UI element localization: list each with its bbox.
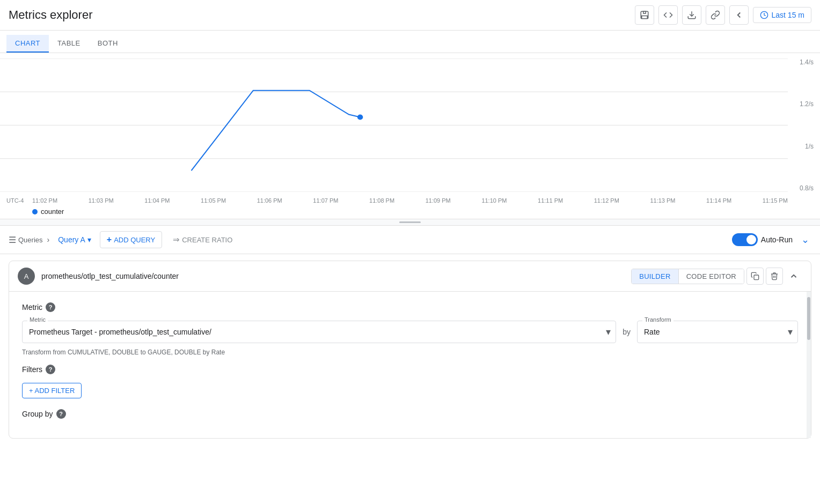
builder-tab[interactable]: BUILDER bbox=[632, 269, 678, 284]
download-button[interactable] bbox=[682, 5, 701, 25]
add-filter-label: + ADD FILTER bbox=[29, 387, 75, 395]
transform-field-label: Transform bbox=[642, 316, 673, 323]
query-path: prometheus/otlp_test_cumulative/counter bbox=[41, 272, 625, 280]
duplicate-query-button[interactable] bbox=[746, 268, 764, 285]
metric-help-icon[interactable]: ? bbox=[46, 302, 55, 312]
query-name: Query A bbox=[58, 235, 85, 244]
dropdown-arrow-icon: ▾ bbox=[87, 235, 91, 244]
collapse-queries-button[interactable]: ⌄ bbox=[799, 232, 811, 248]
metric-field-label: Metric bbox=[27, 316, 48, 323]
link-icon bbox=[711, 10, 720, 20]
group-by-label: Group by bbox=[22, 410, 53, 418]
transform-select-wrapper: Transform Rate ▾ bbox=[637, 321, 798, 343]
x-label-10: 11:12 PM bbox=[594, 197, 619, 204]
page-title: Metrics explorer bbox=[9, 8, 92, 22]
y-label-4: 0.8/s bbox=[800, 184, 814, 192]
metric-select-wrapper: Metric Prometheus Target - prometheus/ot… bbox=[22, 321, 616, 343]
x-label-9: 11:11 PM bbox=[538, 197, 563, 204]
add-query-button[interactable]: + ADD QUERY bbox=[100, 231, 162, 248]
y-label-2: 1.2/s bbox=[800, 100, 814, 108]
save-dashboard-button[interactable] bbox=[635, 5, 654, 25]
chevron-left-icon bbox=[734, 10, 744, 20]
code-icon bbox=[663, 10, 673, 20]
header-actions: Last 15 m bbox=[635, 5, 811, 25]
query-bar: ☰ Queries › Query A ▾ + ADD QUERY ⇒ CREA… bbox=[0, 226, 820, 254]
query-selector[interactable]: Query A ▾ bbox=[54, 233, 96, 246]
query-avatar: A bbox=[18, 268, 35, 285]
filters-help-icon[interactable]: ? bbox=[46, 365, 55, 374]
x-label-6: 11:08 PM bbox=[369, 197, 394, 204]
x-label-12: 11:14 PM bbox=[706, 197, 731, 204]
group-by-help-icon[interactable]: ? bbox=[56, 409, 66, 419]
save-icon bbox=[640, 10, 649, 20]
delete-query-button[interactable] bbox=[766, 268, 783, 285]
auto-run-label: Auto-Run bbox=[761, 235, 793, 244]
panel-scrollbar[interactable] bbox=[807, 292, 811, 438]
back-button[interactable] bbox=[729, 5, 749, 25]
x-label-1: 11:03 PM bbox=[89, 197, 114, 204]
add-icon: + bbox=[107, 235, 112, 244]
query-bar-right: ✓ Auto-Run ⌄ bbox=[732, 232, 811, 248]
x-label-4: 11:06 PM bbox=[257, 197, 282, 204]
resize-bar bbox=[399, 221, 421, 223]
query-panel-body: Metric ? Metric Prometheus Target - prom… bbox=[9, 292, 811, 438]
chart-svg bbox=[0, 58, 788, 192]
download-icon bbox=[687, 10, 697, 20]
tab-chart[interactable]: CHART bbox=[6, 35, 49, 53]
svg-rect-10 bbox=[754, 275, 759, 280]
resize-handle[interactable] bbox=[0, 219, 820, 226]
hamburger-icon: ☰ bbox=[9, 235, 16, 245]
chevron-up-icon bbox=[789, 271, 799, 281]
query-panel-header: A prometheus/otlp_test_cumulative/counte… bbox=[9, 261, 811, 292]
create-ratio-button[interactable]: ⇒ CREATE RATIO bbox=[166, 232, 239, 248]
code-button[interactable] bbox=[658, 5, 678, 25]
time-range-button[interactable]: Last 15 m bbox=[753, 7, 811, 23]
x-label-11: 11:13 PM bbox=[650, 197, 675, 204]
create-ratio-label: CREATE RATIO bbox=[182, 236, 232, 244]
x-label-0: 11:02 PM bbox=[32, 197, 57, 204]
transform-hint: Transform from CUMULATIVE, DOUBLE to GAU… bbox=[22, 349, 798, 356]
link-button[interactable] bbox=[706, 5, 725, 25]
clock-icon bbox=[760, 11, 768, 19]
add-filter-button[interactable]: + ADD FILTER bbox=[22, 383, 82, 398]
queries-nav[interactable]: ☰ Queries bbox=[9, 235, 43, 245]
toggle-slider: ✓ bbox=[732, 233, 758, 246]
tab-both[interactable]: BOTH bbox=[89, 35, 127, 53]
metric-section-label: Metric bbox=[22, 303, 42, 312]
group-by-section: Group by ? bbox=[22, 409, 798, 419]
time-range-label: Last 15 m bbox=[772, 11, 804, 19]
legend-label: counter bbox=[41, 207, 64, 216]
x-label-3: 11:05 PM bbox=[201, 197, 226, 204]
chart-legend: counter bbox=[32, 207, 64, 216]
filters-section-header: Filters ? bbox=[22, 365, 798, 374]
filters-section: Filters ? + ADD FILTER bbox=[22, 365, 798, 398]
chart-x-axis: 11:02 PM 11:03 PM 11:04 PM 11:05 PM 11:0… bbox=[32, 197, 788, 204]
tab-table[interactable]: TABLE bbox=[49, 35, 89, 53]
x-label-8: 11:10 PM bbox=[481, 197, 507, 204]
builder-code-tabs: BUILDER CODE EDITOR bbox=[631, 269, 744, 284]
chart-y-axis: 1.4/s 1.2/s 1/s 0.8/s bbox=[800, 58, 814, 192]
header: Metrics explorer Last 15 m bbox=[0, 0, 820, 31]
chart-svg-container bbox=[0, 58, 788, 192]
chart-tab-bar: CHART TABLE BOTH bbox=[0, 31, 820, 53]
x-label-5: 11:07 PM bbox=[313, 197, 338, 204]
collapse-panel-button[interactable] bbox=[785, 268, 802, 285]
by-label: by bbox=[623, 328, 631, 336]
metric-section-header: Metric ? bbox=[22, 302, 798, 312]
queries-label: Queries bbox=[18, 236, 43, 244]
metric-row: Metric Prometheus Target - prometheus/ot… bbox=[22, 321, 798, 343]
breadcrumb-chevron: › bbox=[47, 235, 50, 244]
code-editor-tab[interactable]: CODE EDITOR bbox=[678, 269, 744, 284]
y-label-3: 1/s bbox=[805, 143, 814, 150]
filters-section-label: Filters bbox=[22, 365, 42, 374]
svg-point-9 bbox=[357, 115, 363, 120]
transform-select[interactable]: Rate bbox=[637, 321, 798, 343]
svg-rect-1 bbox=[643, 11, 646, 13]
trash-icon bbox=[770, 272, 779, 280]
y-label-1: 1.4/s bbox=[800, 58, 814, 66]
auto-run-toggle[interactable]: ✓ bbox=[732, 233, 758, 246]
panel-scrollbar-thumb bbox=[807, 297, 810, 340]
query-panel-actions: BUILDER CODE EDITOR bbox=[631, 268, 802, 285]
x-label-13: 11:15 PM bbox=[763, 197, 788, 204]
metric-select[interactable]: Prometheus Target - prometheus/otlp_test… bbox=[22, 321, 616, 343]
